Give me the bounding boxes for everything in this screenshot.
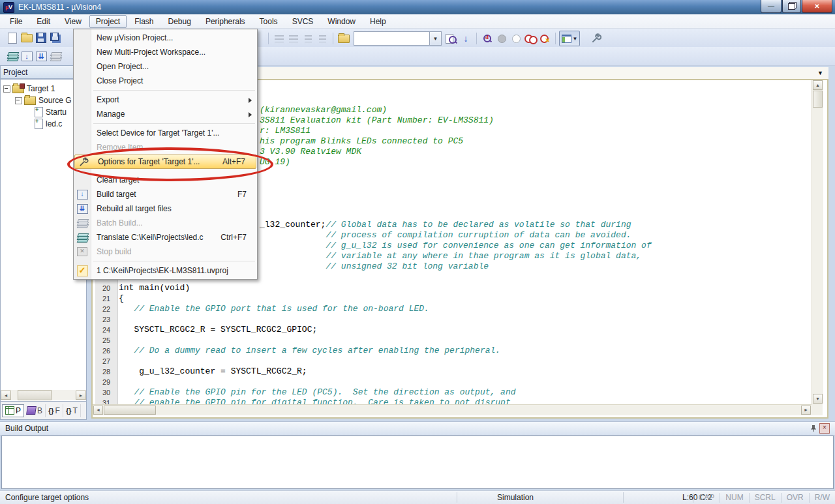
menu-item-select-device-for-target-target-1[interactable]: Select Device for Target 'Target 1'...: [74, 126, 257, 140]
line-number: 29: [95, 377, 117, 387]
scroll-down-icon[interactable]: ▼: [813, 394, 823, 404]
bookmark-folder-icon[interactable]: [337, 31, 351, 46]
project-windows-button[interactable]: ▼: [559, 31, 580, 46]
save-icon[interactable]: [34, 31, 48, 45]
menubar-item-project[interactable]: Project: [89, 15, 127, 28]
menubar-item-tools[interactable]: Tools: [253, 15, 284, 28]
menu-item-build-target[interactable]: ↓Build targetF7: [74, 187, 257, 201]
scroll-right-icon[interactable]: ►: [76, 391, 86, 400]
code-fragment: _l32_counter;// Global data has to be de…: [260, 220, 652, 272]
menu-item-translate-c-keil-projects-led-c[interactable]: Translate C:\Keil\Projects\led.cCtrl+F7: [74, 230, 257, 245]
scroll-thumb[interactable]: [18, 390, 52, 400]
batch-build-icon[interactable]: [48, 49, 63, 63]
project-panel-hscrollbar[interactable]: ◄ ►: [1, 390, 86, 400]
line-number: 21: [95, 293, 117, 304]
indent-left-icon[interactable]: [272, 31, 286, 46]
menu-item-rebuild-all-target-files[interactable]: ⇊Rebuild all target files: [74, 201, 257, 216]
functions-tab[interactable]: {}F: [46, 404, 63, 417]
tab-letter: F: [55, 406, 60, 415]
indent-right-icon[interactable]: [286, 31, 301, 46]
status-flag-cap: CAP: [693, 493, 720, 503]
breakpoint-insert-icon[interactable]: [494, 31, 509, 46]
scroll-right-icon[interactable]: ►: [801, 406, 811, 415]
menubar-item-view[interactable]: View: [58, 15, 88, 28]
stop-icon: ✕: [74, 247, 91, 256]
tree-item-label: Startu: [46, 108, 67, 117]
line-number: 25: [95, 335, 117, 346]
menu-item-new-vision-project[interactable]: New µVision Project...: [74, 31, 257, 45]
restore-button[interactable]: [782, 0, 801, 13]
incremental-find-icon[interactable]: ↓: [459, 31, 473, 46]
expander-minus-icon[interactable]: [3, 85, 10, 93]
menu-item-stop-build[interactable]: ✕Stop build: [74, 245, 257, 259]
breakpoint-enable-icon[interactable]: [509, 31, 523, 46]
templates-tab[interactable]: {}T: [63, 404, 81, 417]
code-line: 28 g_u_l32_counter = SYSCTL_RCGC2_R;: [95, 366, 307, 377]
menu-item-batch-build[interactable]: Batch Build...: [74, 216, 257, 230]
build-output-content[interactable]: [1, 436, 834, 489]
menubar-item-peripherals[interactable]: Peripherals: [199, 15, 252, 28]
menubar-item-svcs[interactable]: SVCS: [286, 15, 320, 28]
menubar-item-edit[interactable]: Edit: [30, 15, 57, 28]
minimize-button[interactable]: —: [761, 0, 782, 13]
menubar-item-help[interactable]: Help: [363, 15, 393, 28]
tab-letter: P: [16, 406, 21, 415]
close-button[interactable]: ✕: [802, 0, 832, 13]
document-list-dropdown-icon[interactable]: ▼: [817, 70, 823, 76]
menu-item-export[interactable]: Export: [74, 93, 257, 107]
menu-item-new-multi-project-workspace[interactable]: New Multi-Project Workspace...: [74, 45, 257, 59]
status-flag-num: NUM: [720, 493, 748, 503]
menu-item-1-c-keil-projects-ek-lm3s811-uvproj[interactable]: ✓1 C:\Keil\Projects\EK-LM3S811.uvproj: [74, 263, 257, 278]
lookup-d-icon[interactable]: d: [480, 31, 494, 46]
project-tab[interactable]: P: [2, 404, 24, 417]
scroll-thumb[interactable]: [813, 91, 823, 108]
breakpoint-disable-all-icon[interactable]: [523, 31, 538, 46]
pin-icon[interactable]: [810, 424, 817, 432]
functions-braces-icon: {}: [48, 407, 54, 415]
red-circle-annotation: [67, 147, 273, 181]
translate-icon[interactable]: [5, 49, 20, 63]
editor-hscrollbar[interactable]: ◄ ►: [93, 404, 812, 415]
menubar-item-window[interactable]: Window: [321, 15, 362, 28]
scroll-left-icon[interactable]: ◄: [93, 406, 103, 415]
menubar-item-debug[interactable]: Debug: [162, 15, 198, 28]
line-number: 26: [95, 346, 117, 356]
editor-vscrollbar[interactable]: ▲ ▼: [812, 80, 823, 404]
status-flag-scrl: SCRL: [749, 493, 781, 503]
close-panel-icon[interactable]: ×: [819, 423, 830, 434]
rebuild-all-icon[interactable]: ⇊: [34, 49, 48, 63]
menubar-item-flash[interactable]: Flash: [128, 15, 160, 28]
menu-item-label: Open Project...: [97, 62, 149, 71]
build-target-icon[interactable]: ↓: [20, 49, 34, 63]
code-fragment: (kirannevaskar@gmail.com): [260, 105, 387, 115]
new-file-icon[interactable]: [5, 31, 20, 45]
comment-icon[interactable]: [301, 31, 315, 46]
menu-item-open-project[interactable]: Open Project...: [74, 59, 257, 74]
status-flag-ovr: OVR: [781, 493, 809, 503]
tab-letter: B: [37, 406, 42, 415]
combobox-dropdown-icon[interactable]: ▼: [429, 32, 441, 45]
code-fragment: 3S811 Evaluation kit (Part Number: EV-LM…: [260, 115, 494, 126]
expander-minus-icon[interactable]: [15, 97, 22, 104]
save-all-icon[interactable]: [48, 31, 63, 45]
target-folder-icon: [12, 85, 24, 93]
line-number: 23: [95, 314, 117, 325]
menu-item-close-project[interactable]: Close Project: [74, 74, 257, 88]
breakpoint-kill-all-icon[interactable]: [538, 31, 552, 46]
scroll-thumb[interactable]: [104, 406, 156, 415]
menu-item-manage[interactable]: Manage: [74, 107, 257, 121]
scroll-up-icon[interactable]: ▲: [813, 80, 823, 90]
project-panel-title: Project: [3, 68, 27, 77]
menubar-item-file[interactable]: File: [3, 15, 29, 28]
source-file-icon: [35, 119, 43, 129]
find-in-files-icon[interactable]: [444, 31, 459, 46]
open-icon[interactable]: [20, 31, 34, 45]
build-output-title: Build Output: [5, 424, 48, 433]
books-tab[interactable]: B: [24, 404, 46, 417]
scroll-left-icon[interactable]: ◄: [1, 391, 11, 400]
uncomment-icon[interactable]: [315, 31, 329, 46]
menu-item-label: New µVision Project...: [97, 33, 173, 42]
find-combobox[interactable]: ▼: [354, 31, 442, 46]
code-fragment-line: // g_u_l32 is used for convenience as on…: [260, 241, 652, 251]
configure-wrench-icon[interactable]: [589, 31, 603, 46]
